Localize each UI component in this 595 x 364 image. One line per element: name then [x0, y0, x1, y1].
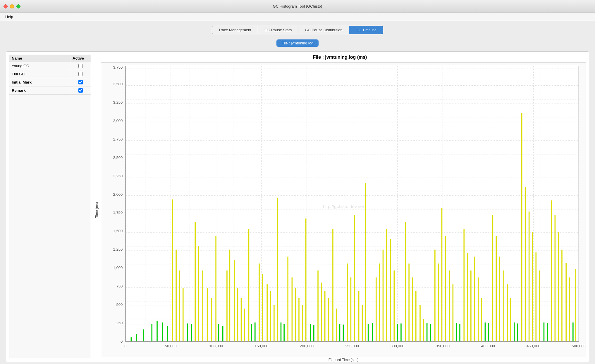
svg-rect-135 — [434, 250, 436, 342]
svg-rect-152 — [496, 236, 497, 342]
minimize-button[interactable] — [10, 4, 14, 8]
svg-text:450,000: 450,000 — [527, 344, 540, 348]
close-button[interactable] — [4, 4, 8, 8]
svg-rect-114 — [358, 291, 360, 342]
tab-gc-timeline[interactable]: GC Timeline — [349, 26, 384, 34]
svg-rect-66 — [179, 271, 180, 342]
left-panel: Name Active Young GC Full GC Initial Mar… — [9, 55, 91, 359]
svg-rect-138 — [445, 236, 446, 342]
svg-rect-161 — [529, 212, 530, 342]
svg-rect-158 — [517, 323, 518, 342]
svg-text:3,750: 3,750 — [113, 65, 123, 70]
y-axis-label: Time (ms) — [94, 62, 100, 357]
svg-rect-170 — [561, 250, 563, 342]
svg-rect-115 — [362, 305, 363, 342]
svg-text:1,000: 1,000 — [113, 266, 123, 270]
maximize-button[interactable] — [16, 4, 20, 8]
checkbox-young-gc[interactable] — [78, 64, 83, 68]
svg-rect-109 — [339, 324, 341, 342]
col-header-name: Name — [9, 55, 70, 62]
svg-rect-143 — [463, 229, 465, 342]
svg-rect-141 — [456, 323, 457, 342]
svg-text:250,000: 250,000 — [345, 344, 359, 348]
svg-rect-61 — [157, 321, 158, 342]
checkbox-initial-mark[interactable] — [78, 80, 83, 84]
svg-rect-169 — [558, 232, 559, 342]
svg-rect-159 — [521, 113, 522, 342]
svg-rect-64 — [172, 200, 173, 342]
table-row: Initial Mark — [9, 78, 91, 86]
svg-rect-101 — [310, 324, 311, 342]
main-content: Trace Management GC Pause Stats GC Pause… — [0, 21, 595, 364]
svg-rect-157 — [514, 323, 515, 342]
svg-rect-145 — [470, 271, 472, 342]
svg-rect-112 — [350, 278, 352, 342]
svg-rect-60 — [152, 324, 153, 342]
svg-rect-168 — [555, 215, 556, 342]
svg-rect-59 — [143, 330, 144, 342]
tab-gc-pause-distribution[interactable]: GC Pause Distribution — [298, 26, 349, 34]
tab-trace-management[interactable]: Trace Management — [212, 26, 258, 34]
row-remark-check[interactable] — [70, 88, 91, 93]
svg-rect-65 — [176, 250, 177, 342]
svg-rect-98 — [298, 298, 300, 342]
svg-rect-160 — [525, 187, 526, 342]
svg-rect-173 — [572, 323, 574, 342]
row-young-gc-check[interactable] — [70, 64, 91, 68]
svg-rect-120 — [379, 264, 380, 342]
svg-rect-57 — [131, 337, 132, 342]
svg-text:1,750: 1,750 — [113, 210, 123, 215]
svg-rect-62 — [162, 323, 163, 342]
svg-rect-166 — [547, 323, 548, 342]
svg-rect-117 — [368, 324, 369, 342]
menu-help[interactable]: Help — [3, 14, 16, 20]
svg-rect-119 — [376, 278, 377, 342]
title-bar: GC Histogram Tool (GChisto) — [0, 0, 595, 13]
svg-rect-136 — [438, 264, 439, 342]
svg-rect-162 — [532, 232, 533, 342]
svg-rect-85 — [251, 324, 252, 342]
table-header: Name Active — [9, 55, 91, 62]
svg-rect-140 — [453, 284, 454, 342]
svg-rect-147 — [478, 278, 479, 342]
svg-rect-121 — [383, 250, 384, 342]
svg-rect-75 — [215, 236, 216, 342]
row-full-gc-check[interactable] — [70, 72, 91, 76]
svg-rect-103 — [317, 271, 319, 342]
svg-text:0: 0 — [121, 339, 123, 344]
svg-text:500: 500 — [116, 302, 123, 307]
svg-rect-100 — [305, 219, 307, 342]
checkbox-full-gc[interactable] — [78, 72, 83, 76]
svg-rect-153 — [499, 256, 500, 342]
file-label-row: File : jvmtuning.log — [6, 39, 589, 47]
tab-bar: Trace Management GC Pause Stats GC Pause… — [6, 26, 589, 34]
svg-rect-118 — [372, 323, 373, 342]
svg-text:3,500: 3,500 — [113, 82, 123, 86]
svg-rect-91 — [274, 305, 275, 342]
svg-text:300,000: 300,000 — [391, 344, 404, 348]
row-remark-name: Remark — [9, 87, 70, 93]
svg-rect-81 — [237, 288, 238, 342]
svg-rect-78 — [226, 271, 228, 342]
row-initial-mark-name: Initial Mark — [9, 79, 70, 85]
svg-rect-111 — [347, 264, 348, 342]
svg-rect-92 — [277, 198, 278, 342]
svg-rect-86 — [254, 323, 256, 342]
svg-rect-76 — [218, 324, 219, 342]
svg-rect-154 — [503, 271, 504, 342]
svg-rect-172 — [569, 278, 570, 342]
svg-text:1,250: 1,250 — [113, 247, 123, 252]
svg-rect-70 — [195, 222, 196, 342]
row-initial-mark-check[interactable] — [70, 80, 91, 84]
chart-inner: 0 250 500 750 1,000 1,250 1,500 1,750 2,… — [101, 62, 586, 357]
file-label: File : jvmtuning.log — [276, 39, 319, 47]
svg-rect-163 — [535, 252, 536, 342]
svg-rect-93 — [281, 323, 282, 342]
table-row: Remark — [9, 86, 91, 95]
svg-rect-123 — [390, 239, 391, 342]
svg-text:2,250: 2,250 — [113, 174, 123, 178]
tab-gc-pause-stats[interactable]: GC Pause Stats — [258, 26, 298, 34]
svg-rect-74 — [211, 298, 212, 342]
checkbox-remark[interactable] — [78, 88, 83, 93]
svg-text:400,000: 400,000 — [481, 344, 495, 348]
